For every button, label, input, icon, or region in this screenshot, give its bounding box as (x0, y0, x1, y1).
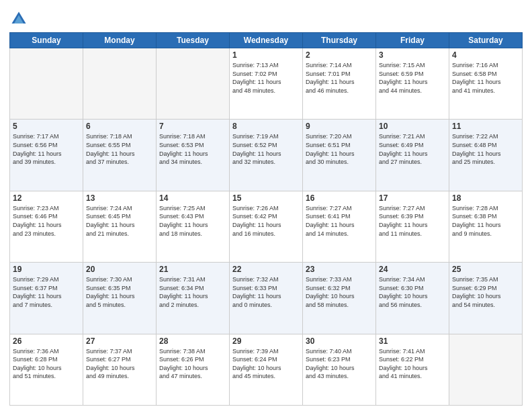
logo (9, 9, 30, 28)
calendar-cell: 30Sunrise: 7:40 AM Sunset: 6:23 PM Dayli… (303, 334, 376, 405)
day-number: 30 (306, 336, 373, 346)
calendar-cell: 23Sunrise: 7:33 AM Sunset: 6:32 PM Dayli… (303, 263, 376, 334)
day-info: Sunrise: 7:30 AM Sunset: 6:35 PM Dayligh… (86, 275, 153, 309)
logo-icon (9, 9, 28, 28)
day-info: Sunrise: 7:21 AM Sunset: 6:49 PM Dayligh… (379, 132, 446, 166)
calendar-cell: 24Sunrise: 7:34 AM Sunset: 6:30 PM Dayli… (376, 263, 449, 334)
calendar-cell: 28Sunrise: 7:38 AM Sunset: 6:26 PM Dayli… (157, 334, 230, 405)
day-number: 22 (232, 265, 300, 274)
calendar-cell: 31Sunrise: 7:41 AM Sunset: 6:22 PM Dayli… (376, 334, 449, 405)
header (9, 7, 523, 28)
calendar-cell: 15Sunrise: 7:26 AM Sunset: 6:42 PM Dayli… (230, 191, 303, 262)
day-number: 5 (13, 122, 80, 131)
day-number: 15 (232, 193, 300, 203)
day-info: Sunrise: 7:36 AM Sunset: 6:28 PM Dayligh… (13, 347, 80, 381)
day-info: Sunrise: 7:22 AM Sunset: 6:48 PM Dayligh… (452, 132, 519, 166)
calendar-cell: 27Sunrise: 7:37 AM Sunset: 6:27 PM Dayli… (83, 334, 157, 405)
day-info: Sunrise: 7:23 AM Sunset: 6:46 PM Dayligh… (13, 204, 80, 238)
day-info: Sunrise: 7:37 AM Sunset: 6:27 PM Dayligh… (86, 347, 153, 381)
day-info: Sunrise: 7:39 AM Sunset: 6:24 PM Dayligh… (232, 347, 300, 381)
calendar-cell: 7Sunrise: 7:18 AM Sunset: 6:53 PM Daylig… (157, 120, 230, 191)
day-number: 18 (452, 193, 519, 203)
day-number: 28 (159, 336, 226, 346)
col-header-wednesday: Wednesday (230, 33, 303, 48)
day-info: Sunrise: 7:25 AM Sunset: 6:43 PM Dayligh… (159, 204, 226, 238)
calendar-cell: 2Sunrise: 7:14 AM Sunset: 7:01 PM Daylig… (303, 48, 376, 120)
calendar-cell: 11Sunrise: 7:22 AM Sunset: 6:48 PM Dayli… (449, 120, 523, 191)
day-number: 16 (306, 193, 373, 203)
calendar-cell: 22Sunrise: 7:32 AM Sunset: 6:33 PM Dayli… (230, 263, 303, 334)
calendar-cell: 8Sunrise: 7:19 AM Sunset: 6:52 PM Daylig… (230, 120, 303, 191)
calendar-cell (83, 48, 157, 120)
day-number: 6 (86, 122, 153, 131)
calendar-cell: 9Sunrise: 7:20 AM Sunset: 6:51 PM Daylig… (303, 120, 376, 191)
day-info: Sunrise: 7:16 AM Sunset: 6:58 PM Dayligh… (452, 61, 519, 95)
day-number: 1 (232, 50, 300, 60)
day-number: 14 (159, 193, 226, 203)
calendar-cell (10, 48, 83, 120)
day-info: Sunrise: 7:13 AM Sunset: 7:02 PM Dayligh… (232, 61, 300, 95)
calendar-cell (157, 48, 230, 120)
day-number: 31 (379, 336, 446, 346)
col-header-thursday: Thursday (303, 33, 376, 48)
day-number: 25 (452, 265, 519, 274)
calendar-cell: 14Sunrise: 7:25 AM Sunset: 6:43 PM Dayli… (157, 191, 230, 262)
day-info: Sunrise: 7:27 AM Sunset: 6:39 PM Dayligh… (379, 204, 446, 238)
day-info: Sunrise: 7:19 AM Sunset: 6:52 PM Dayligh… (232, 132, 300, 166)
day-info: Sunrise: 7:14 AM Sunset: 7:01 PM Dayligh… (306, 61, 373, 95)
day-info: Sunrise: 7:17 AM Sunset: 6:56 PM Dayligh… (13, 132, 80, 166)
day-info: Sunrise: 7:33 AM Sunset: 6:32 PM Dayligh… (306, 275, 373, 309)
day-info: Sunrise: 7:18 AM Sunset: 6:55 PM Dayligh… (86, 132, 153, 166)
day-info: Sunrise: 7:40 AM Sunset: 6:23 PM Dayligh… (306, 347, 373, 381)
calendar-cell: 13Sunrise: 7:24 AM Sunset: 6:45 PM Dayli… (83, 191, 157, 262)
calendar-cell: 3Sunrise: 7:15 AM Sunset: 6:59 PM Daylig… (376, 48, 449, 120)
col-header-saturday: Saturday (449, 33, 523, 48)
calendar-cell: 17Sunrise: 7:27 AM Sunset: 6:39 PM Dayli… (376, 191, 449, 262)
day-number: 19 (13, 265, 80, 274)
calendar-cell: 19Sunrise: 7:29 AM Sunset: 6:37 PM Dayli… (10, 263, 83, 334)
calendar-cell: 16Sunrise: 7:27 AM Sunset: 6:41 PM Dayli… (303, 191, 376, 262)
day-number: 23 (306, 265, 373, 274)
day-number: 17 (379, 193, 446, 203)
day-info: Sunrise: 7:20 AM Sunset: 6:51 PM Dayligh… (306, 132, 373, 166)
calendar-cell: 5Sunrise: 7:17 AM Sunset: 6:56 PM Daylig… (10, 120, 83, 191)
day-info: Sunrise: 7:34 AM Sunset: 6:30 PM Dayligh… (379, 275, 446, 309)
col-header-sunday: Sunday (10, 33, 83, 48)
day-info: Sunrise: 7:15 AM Sunset: 6:59 PM Dayligh… (379, 61, 446, 95)
calendar-cell: 6Sunrise: 7:18 AM Sunset: 6:55 PM Daylig… (83, 120, 157, 191)
calendar-cell (449, 334, 523, 405)
calendar-cell: 18Sunrise: 7:28 AM Sunset: 6:38 PM Dayli… (449, 191, 523, 262)
day-number: 21 (159, 265, 226, 274)
day-number: 7 (159, 122, 226, 131)
calendar-cell: 25Sunrise: 7:35 AM Sunset: 6:29 PM Dayli… (449, 263, 523, 334)
day-info: Sunrise: 7:27 AM Sunset: 6:41 PM Dayligh… (306, 204, 373, 238)
day-number: 3 (379, 50, 446, 60)
day-number: 11 (452, 122, 519, 131)
day-number: 26 (13, 336, 80, 346)
day-info: Sunrise: 7:28 AM Sunset: 6:38 PM Dayligh… (452, 204, 519, 238)
calendar-cell: 29Sunrise: 7:39 AM Sunset: 6:24 PM Dayli… (230, 334, 303, 405)
day-number: 9 (306, 122, 373, 131)
day-number: 20 (86, 265, 153, 274)
day-number: 29 (232, 336, 300, 346)
day-info: Sunrise: 7:32 AM Sunset: 6:33 PM Dayligh… (232, 275, 300, 309)
day-info: Sunrise: 7:18 AM Sunset: 6:53 PM Dayligh… (159, 132, 226, 166)
day-number: 2 (306, 50, 373, 60)
day-info: Sunrise: 7:35 AM Sunset: 6:29 PM Dayligh… (452, 275, 519, 309)
calendar-cell: 10Sunrise: 7:21 AM Sunset: 6:49 PM Dayli… (376, 120, 449, 191)
day-number: 4 (452, 50, 519, 60)
day-info: Sunrise: 7:41 AM Sunset: 6:22 PM Dayligh… (379, 347, 446, 381)
day-info: Sunrise: 7:26 AM Sunset: 6:42 PM Dayligh… (232, 204, 300, 238)
day-number: 10 (379, 122, 446, 131)
day-number: 24 (379, 265, 446, 274)
day-info: Sunrise: 7:38 AM Sunset: 6:26 PM Dayligh… (159, 347, 226, 381)
col-header-friday: Friday (376, 33, 449, 48)
calendar-cell: 26Sunrise: 7:36 AM Sunset: 6:28 PM Dayli… (10, 334, 83, 405)
day-info: Sunrise: 7:29 AM Sunset: 6:37 PM Dayligh… (13, 275, 80, 309)
calendar-table: SundayMondayTuesdayWednesdayThursdayFrid… (9, 32, 523, 406)
page: SundayMondayTuesdayWednesdayThursdayFrid… (0, 0, 532, 411)
calendar-cell: 12Sunrise: 7:23 AM Sunset: 6:46 PM Dayli… (10, 191, 83, 262)
day-number: 27 (86, 336, 153, 346)
day-number: 8 (232, 122, 300, 131)
day-number: 12 (13, 193, 80, 203)
